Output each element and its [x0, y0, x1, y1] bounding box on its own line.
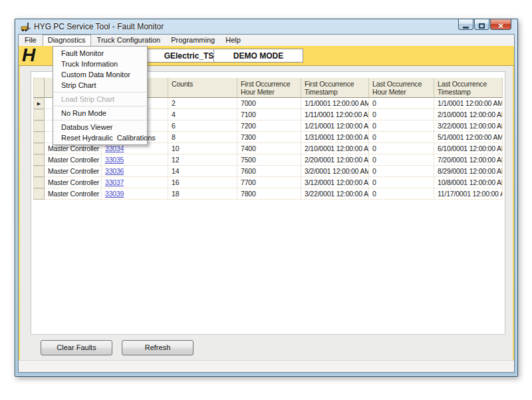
column-header-first-occurrence-hour-meter[interactable]: First Occurrence Hour Meter [237, 78, 301, 98]
row-selector[interactable] [33, 132, 45, 143]
first-occurrence-timestamp-cell: 2/20/0001 12:00:00 AM [301, 154, 369, 166]
row-selector[interactable] [33, 166, 45, 177]
first-occurrence-timestamp-cell: 1/1/0001 12:00:00 AM [301, 98, 369, 109]
fault-code-cell: 33039 [102, 188, 168, 200]
column-header-first-occurrence-timestamp[interactable]: First Occurrence Timestamp [301, 78, 369, 98]
last-occurrence-timestamp-cell: 6/10/0001 12:00:00 AM [434, 143, 503, 154]
row-selector[interactable] [33, 143, 45, 154]
row-selector[interactable] [33, 109, 45, 120]
status-bar [19, 361, 514, 372]
last-occurrence-meter-cell: 0 [369, 132, 434, 143]
close-button[interactable]: ✕ [490, 19, 511, 30]
last-occurrence-timestamp-cell: 7/20/0001 12:00:00 AM [434, 154, 503, 166]
column-header-last-occurrence-timestamp[interactable]: Last Occurrence Timestamp [434, 78, 503, 98]
demo-mode-label: DEMO MODE [233, 51, 283, 61]
fault-counts-cell: 18 [168, 188, 237, 200]
close-icon: ✕ [497, 22, 503, 30]
first-occurrence-timestamp-cell: 1/31/0001 12:00:00 AM [301, 132, 369, 143]
current-row-arrow-icon: ▶ [37, 101, 41, 106]
first-occurrence-meter-cell: 7400 [237, 143, 301, 154]
first-occurrence-meter-cell: 7100 [237, 109, 301, 120]
column-header-counts[interactable]: Counts [168, 78, 237, 98]
clear-faults-button[interactable]: Clear Faults [41, 340, 112, 355]
row-selector[interactable] [33, 188, 45, 200]
fault-code-cell: 33037 [102, 177, 168, 188]
fault-counts-cell: 12 [168, 154, 237, 166]
fault-code-link[interactable]: 33039 [105, 190, 124, 198]
row-selector[interactable] [33, 120, 45, 132]
last-occurrence-meter-cell: 0 [369, 109, 434, 120]
fault-code-link[interactable]: 33034 [105, 144, 124, 152]
menu-item-truck-information[interactable]: Truck Information [53, 59, 147, 69]
maximize-button[interactable] [474, 19, 489, 30]
last-occurrence-meter-cell: 0 [369, 188, 434, 200]
grid-corner-cell [33, 78, 45, 98]
menu-item-fault-monitor[interactable]: Fault Monitor [53, 48, 147, 59]
menu-separator [54, 120, 146, 120]
menu-item-load-strip-chart: Load Strip Chart [53, 94, 147, 104]
fault-source-cell: Master Controller [45, 177, 102, 188]
first-occurrence-meter-cell: 7300 [237, 132, 301, 143]
fault-code-link[interactable]: 33036 [105, 167, 124, 175]
fault-code-link[interactable]: 33037 [105, 178, 124, 186]
first-occurrence-meter-cell: 7000 [237, 98, 301, 109]
minimize-icon [463, 27, 469, 29]
fault-code-cell: 33035 [102, 154, 168, 166]
last-occurrence-meter-cell: 0 [369, 98, 434, 109]
fault-source-cell: Master Controller [45, 166, 102, 177]
fault-code-link[interactable]: 33035 [105, 156, 124, 164]
row-selector[interactable] [33, 177, 45, 188]
fault-counts-cell: 16 [168, 177, 237, 188]
first-occurrence-timestamp-cell: 1/11/0001 12:00:00 AM [301, 109, 369, 120]
first-occurrence-timestamp-cell: 2/10/0001 12:00:00 AM [301, 143, 369, 154]
app-icon [21, 21, 31, 32]
maximize-icon [479, 23, 485, 29]
menu-item-no-run-mode[interactable]: No Run Mode [53, 108, 147, 118]
last-occurrence-meter-cell: 0 [369, 166, 434, 177]
first-occurrence-timestamp-cell: 3/22/0001 12:00:00 AM [301, 188, 369, 200]
fault-counts-cell: 6 [168, 120, 237, 132]
first-occurrence-timestamp-cell: 1/21/0001 12:00:00 AM [301, 120, 369, 132]
fault-source-cell: Master Controller [45, 188, 102, 200]
diagnostics-dropdown-menu: Fault MonitorTruck InformationCustom Dat… [53, 46, 148, 145]
table-row[interactable]: Master Controller330351275002/20/0001 12… [33, 154, 503, 166]
last-occurrence-meter-cell: 0 [369, 177, 434, 188]
fault-counts-cell: 8 [168, 132, 237, 143]
menu-truck-configuration[interactable]: Truck Configuration [92, 35, 166, 46]
column-header-last-occurrence-hour-meter[interactable]: Last Occurrence Hour Meter [369, 78, 434, 98]
last-occurrence-timestamp-cell: 3/22/0001 12:00:00 AM [434, 120, 503, 132]
last-occurrence-timestamp-cell: 1/1/0001 12:00:00 AM [434, 98, 503, 109]
menu-item-custom-data-monitor[interactable]: Custom Data Monitor [53, 69, 147, 80]
first-occurrence-timestamp-cell: 3/12/0001 12:00:00 AM [301, 177, 369, 188]
truck-id-label: GElectric_TSN [164, 51, 219, 61]
first-occurrence-meter-cell: 7800 [237, 188, 301, 200]
menu-item-strip-chart[interactable]: Strip Chart [53, 80, 147, 91]
minimize-button[interactable] [458, 19, 473, 30]
menu-bar: FileDiagnosticsTruck ConfigurationProgra… [19, 35, 514, 46]
menu-item-reset-hydraulic-calibrations[interactable]: Reset Hydraulic Calibrations [53, 132, 147, 143]
last-occurrence-timestamp-cell: 2/10/0001 12:00:00 AM [434, 109, 503, 120]
client-area: FileDiagnosticsTruck ConfigurationProgra… [18, 34, 515, 373]
fault-code-cell: 33036 [102, 166, 168, 177]
last-occurrence-timestamp-cell: 5/1/0001 12:00:00 AM [434, 132, 503, 143]
fault-counts-cell: 2 [168, 98, 237, 109]
first-occurrence-timestamp-cell: 3/2/0001 12:00:00 AM [301, 166, 369, 177]
table-row[interactable]: Master Controller330391878003/22/0001 12… [33, 188, 503, 200]
fault-counts-cell: 4 [168, 109, 237, 120]
fault-counts-cell: 10 [168, 143, 237, 154]
refresh-button[interactable]: Refresh [122, 340, 194, 355]
row-selector[interactable]: ▶ [33, 98, 45, 109]
menu-item-databus-viewer[interactable]: Databus Viewer [53, 122, 147, 132]
table-row[interactable]: Master Controller330361476003/2/0001 12:… [33, 166, 503, 177]
fault-counts-cell: 14 [168, 166, 237, 177]
menu-help[interactable]: Help [221, 35, 245, 46]
title-bar[interactable]: HYG PC Service Tool - Fault Monitor ✕ [15, 19, 517, 34]
first-occurrence-meter-cell: 7600 [237, 166, 301, 177]
window-title: HYG PC Service Tool - Fault Monitor [34, 22, 164, 31]
first-occurrence-meter-cell: 7500 [237, 154, 301, 166]
first-occurrence-meter-cell: 7200 [237, 120, 301, 132]
table-row[interactable]: Master Controller330371677003/12/0001 12… [33, 177, 503, 188]
row-selector[interactable] [33, 154, 45, 166]
last-occurrence-meter-cell: 0 [369, 154, 434, 166]
menu-programming[interactable]: Programming [166, 35, 219, 46]
